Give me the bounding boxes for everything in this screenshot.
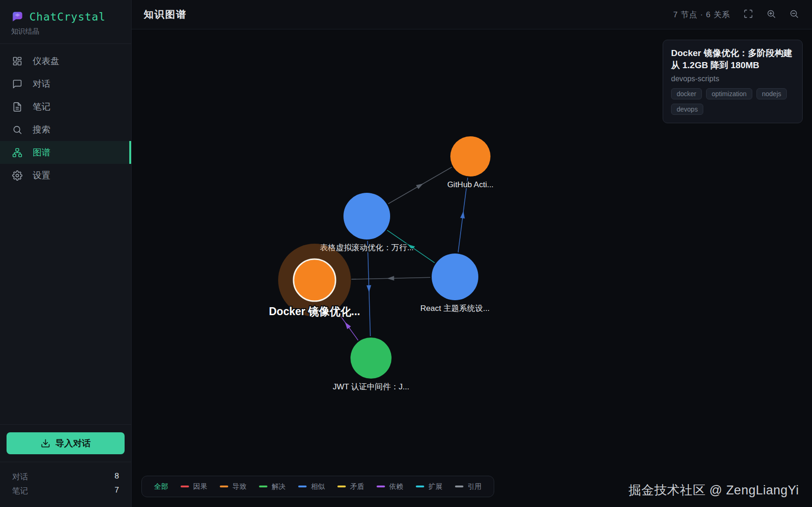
info-card-title: Docker 镜像优化：多阶段构建从 1.2GB 降到 180MB — [671, 47, 794, 71]
stat-label: 笔记 — [12, 486, 28, 496]
settings-icon — [12, 170, 22, 181]
sidebar-item-label: 仪表盘 — [33, 55, 59, 67]
sidebar-item-dashboard[interactable]: 仪表盘 — [0, 49, 131, 72]
node-label-jwt: JWT 认证中间件：J... — [333, 382, 409, 391]
sidebar-item-graph[interactable]: 图谱 — [0, 141, 131, 164]
zoom-in-icon — [766, 9, 776, 19]
legend-item-引用[interactable]: 引用 — [455, 482, 482, 491]
node-label-github: GitHub Acti... — [447, 180, 493, 189]
tag-pill[interactable]: devops — [671, 104, 703, 115]
legend-label: 解决 — [272, 482, 286, 491]
sidebar-item-chat[interactable]: 对话 — [0, 72, 131, 95]
app-name: ChatCrystal — [29, 11, 105, 23]
legend-filter-all[interactable]: 全部 — [154, 482, 168, 491]
legend-item-扩展[interactable]: 扩展 — [416, 482, 442, 491]
edge-arrowhead — [387, 276, 394, 281]
legend-swatch — [455, 486, 463, 487]
legend-swatch — [259, 486, 267, 487]
edge-arrowhead — [343, 321, 351, 329]
legend-label: 相似 — [311, 482, 325, 491]
legend-swatch — [181, 486, 189, 487]
edge-arrowhead — [366, 285, 371, 292]
legend-item-矛盾[interactable]: 矛盾 — [337, 482, 364, 491]
stat-label: 对话 — [12, 472, 28, 482]
legend-item-相似[interactable]: 相似 — [298, 482, 325, 491]
info-card-tags: docker optimization nodejs devops — [671, 88, 794, 115]
legend-label: 扩展 — [428, 482, 442, 491]
graph-node-jwt[interactable] — [350, 338, 392, 379]
sidebar-item-notes[interactable]: 笔记 — [0, 95, 131, 118]
legend-swatch — [416, 486, 424, 487]
legend-swatch — [377, 486, 385, 487]
main-area: 知识图谱 7 节点 · 6 关系 — [132, 0, 812, 507]
note-icon — [12, 102, 22, 112]
sidebar: ChatCrystal 知识结晶 仪表盘 对话 笔记 — [0, 0, 132, 507]
legend-label: 导致 — [232, 482, 246, 491]
sidebar-item-search[interactable]: 搜索 — [0, 118, 131, 141]
sidebar-item-label: 搜索 — [33, 124, 50, 136]
graph-node-table[interactable] — [343, 193, 390, 239]
legend-swatch — [298, 486, 307, 487]
import-conversation-button[interactable]: 导入对话 — [7, 432, 125, 454]
legend-item-导致[interactable]: 导致 — [220, 482, 246, 491]
tag-pill[interactable]: nodejs — [756, 88, 787, 99]
dashboard-icon — [12, 56, 22, 66]
tag-pill[interactable]: docker — [671, 88, 702, 99]
stat-row-notes: 笔记 7 — [12, 486, 119, 496]
zoom-in-button[interactable] — [766, 9, 776, 20]
info-card-subtitle: devops-scripts — [671, 75, 794, 83]
fullscreen-button[interactable] — [743, 9, 753, 20]
sidebar-item-label: 设置 — [33, 169, 50, 182]
graph-icon — [12, 148, 22, 158]
legend-label: 矛盾 — [350, 482, 364, 491]
app-logo-icon — [11, 10, 24, 23]
graph-canvas[interactable]: GitHub Acti...表格虚拟滚动优化：万行...Docker 镜像优化.… — [132, 29, 812, 507]
import-icon — [41, 438, 50, 448]
legend-item-解决[interactable]: 解决 — [259, 482, 286, 491]
legend-swatch — [220, 486, 228, 487]
graph-node-react[interactable] — [432, 253, 478, 300]
legend-label: 因果 — [193, 482, 207, 491]
legend-label: 依赖 — [389, 482, 403, 491]
graph-node-github[interactable] — [450, 136, 490, 176]
stat-value: 8 — [115, 472, 119, 482]
fullscreen-icon — [743, 9, 753, 19]
watermark: 掘金技术社区 @ ZengLiangYi — [629, 482, 799, 499]
zoom-out-button[interactable] — [789, 9, 799, 20]
search-icon — [12, 125, 22, 135]
legend-item-依赖[interactable]: 依赖 — [377, 482, 403, 491]
sidebar-item-label: 对话 — [33, 78, 50, 90]
sidebar-item-label: 笔记 — [33, 101, 50, 113]
chat-icon — [12, 79, 22, 89]
page-title: 知识图谱 — [144, 8, 187, 21]
app-subtitle: 知识结晶 — [11, 27, 120, 36]
sidebar-item-settings[interactable]: 设置 — [0, 164, 131, 187]
sidebar-nav: 仪表盘 对话 笔记 搜索 — [0, 44, 131, 187]
topbar: 知识图谱 7 节点 · 6 关系 — [132, 0, 812, 29]
edge-arrowhead — [416, 182, 424, 189]
legend-swatch — [337, 486, 346, 487]
node-label-react: React 主题系统设... — [420, 304, 490, 313]
legend-item-因果[interactable]: 因果 — [181, 482, 207, 491]
zoom-out-icon — [789, 9, 799, 19]
node-info-card: Docker 镜像优化：多阶段构建从 1.2GB 降到 180MB devops… — [663, 40, 803, 123]
stat-value: 7 — [115, 486, 119, 496]
node-label-docker: Docker 镜像优化... — [269, 305, 360, 317]
graph-count-meta: 7 节点 · 6 关系 — [673, 9, 730, 20]
logo-block: ChatCrystal 知识结晶 — [0, 0, 131, 44]
sidebar-stats: 对话 8 笔记 7 — [0, 462, 131, 507]
legend-label: 引用 — [468, 482, 482, 491]
tag-pill[interactable]: optimization — [706, 88, 752, 99]
import-button-label: 导入对话 — [56, 437, 91, 450]
sidebar-item-label: 图谱 — [33, 147, 50, 159]
edge-type-legend: 全部 因果导致解决相似矛盾依赖扩展引用 — [141, 476, 494, 497]
stat-row-conversations: 对话 8 — [12, 472, 119, 482]
graph-node-docker[interactable] — [294, 259, 336, 301]
